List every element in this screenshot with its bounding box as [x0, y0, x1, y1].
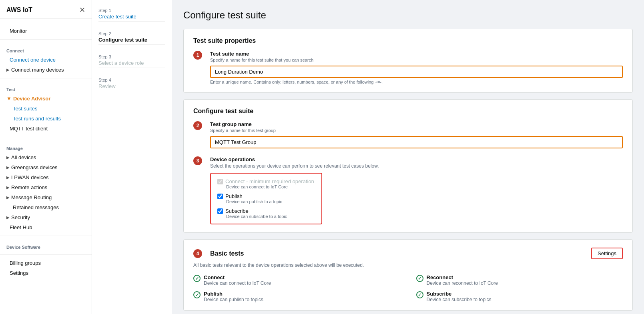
sidebar-item-label: Remote actions [11, 184, 47, 190]
sidebar-header: AWS IoT ✕ [0, 0, 92, 19]
reconnect-test-desc: Device can reconnect to IoT Core [427, 280, 498, 286]
step-circle-3: 3 [193, 156, 202, 165]
sidebar-item-remote-actions[interactable]: ▶ Remote actions [0, 182, 92, 192]
step-4: Step 4 Review [98, 78, 165, 89]
suite-name-input[interactable] [210, 66, 623, 78]
chevron-right-icon: ▶ [6, 68, 10, 72]
subscribe-checkbox[interactable] [217, 208, 223, 214]
sidebar-item-lpwan[interactable]: ▶ LPWAN devices [0, 172, 92, 182]
sidebar-item-monitor[interactable]: Monitor [0, 26, 92, 36]
sidebar-item-label: All devices [11, 154, 36, 160]
sidebar-item-connect-one[interactable]: Connect one device [0, 55, 92, 65]
test-item-connect: Connect Device can connect to IoT Core [193, 274, 400, 286]
sidebar-item-label: Security [11, 214, 30, 220]
publish-test-name: Publish [204, 291, 263, 297]
sidebar-item-settings[interactable]: Settings [0, 268, 92, 278]
sidebar-item-retained-messages[interactable]: Retained messages [0, 202, 92, 212]
connect-check-icon [193, 275, 201, 282]
chevron-down-icon: ▼ [6, 96, 12, 102]
step-4-label: Review [98, 83, 165, 89]
main-content: Configure test suite Test suite properti… [172, 0, 644, 314]
publish-test-desc: Device can publish to topics [204, 297, 263, 302]
suite-name-desc: Specify a name for this test suite that … [210, 58, 623, 62]
connect-op-name: Connect - minimum required operation [225, 178, 314, 184]
step-circle-2: 2 [193, 121, 202, 130]
basic-tests-title: Basic tests [210, 250, 244, 257]
step-1-label[interactable]: Create test suite [98, 14, 165, 20]
sidebar-item-mqtt-test[interactable]: MQTT test client [0, 124, 92, 134]
chevron-right-icon: ▶ [6, 185, 10, 190]
step-2-label[interactable]: Configure test suite [98, 37, 165, 43]
connect-op-desc: Device can connect to IoT Core [226, 184, 315, 189]
connect-checkbox[interactable] [217, 179, 223, 184]
chevron-right-icon: ▶ [6, 195, 10, 200]
configure-test-suite-card: Configure test suite 2 Test group name S… [183, 99, 633, 233]
sidebar-item-greengrass[interactable]: ▶ Greengrass devices [0, 162, 92, 172]
sidebar-item-label: LPWAN devices [11, 174, 48, 180]
sidebar-section-manage: Manage [0, 140, 92, 152]
reconnect-test-name: Reconnect [427, 274, 498, 280]
steps-panel: Step 1 Create test suite Step 2 Configur… [92, 0, 172, 314]
test-suite-properties-title: Test suite properties [193, 37, 623, 44]
step-2-number: Step 2 [98, 31, 165, 36]
operations-box: Connect - minimum required operation Dev… [210, 173, 322, 224]
close-sidebar-button[interactable]: ✕ [79, 6, 85, 14]
chevron-right-icon: ▶ [6, 165, 10, 170]
test-group-label: Test group name [210, 121, 623, 127]
step-4-number: Step 4 [98, 78, 165, 82]
page-title: Configure test suite [183, 10, 633, 21]
subscribe-op-desc: Device can subscribe to a topic [226, 214, 315, 219]
sidebar-item-security[interactable]: ▶ Security [0, 212, 92, 222]
sidebar-item-billing-groups[interactable]: Billing groups [0, 258, 92, 268]
basic-tests-header: 4 Basic tests Settings [193, 248, 623, 259]
step-1: Step 1 Create test suite [98, 8, 165, 22]
step-3-number: Step 3 [98, 54, 165, 59]
suite-name-hint: Enter a unique name. Contains only: lett… [210, 80, 623, 84]
step-circle-1: 1 [193, 51, 202, 60]
sidebar-item-fleet-hub[interactable]: Fleet Hub [0, 222, 92, 232]
sidebar-item-connect-many[interactable]: ▶ Connect many devices [0, 65, 92, 75]
step-2: Step 2 Configure test suite [98, 31, 165, 45]
sidebar-item-label: Device Advisor [13, 96, 50, 102]
publish-op-desc: Device can publish to a topic [226, 199, 315, 204]
test-group-input[interactable] [210, 136, 623, 148]
sidebar: AWS IoT ✕ Monitor Connect Connect one de… [0, 0, 92, 314]
sidebar-item-test-runs[interactable]: Test runs and results [0, 114, 92, 124]
step-3-label: Select a device role [98, 60, 165, 66]
chevron-right-icon: ▶ [6, 215, 10, 220]
tests-grid: Connect Device can connect to IoT Core R… [193, 274, 623, 302]
test-group-desc: Specify a name for this test group [210, 128, 623, 133]
sidebar-item-label: Message Routing [11, 194, 52, 200]
chevron-right-icon: ▶ [6, 155, 10, 160]
device-ops-desc: Select the operations your device can pe… [210, 163, 623, 169]
test-item-publish: Publish Device can publish to topics [193, 291, 400, 302]
connect-test-desc: Device can connect to IoT Core [204, 280, 271, 286]
device-ops-label: Device operations [210, 156, 623, 162]
sidebar-item-message-routing[interactable]: ▶ Message Routing [0, 192, 92, 202]
op-publish: Publish Device can publish to a topic [217, 193, 315, 204]
step-3: Step 3 Select a device role [98, 54, 165, 68]
test-suite-properties-card: Test suite properties 1 Test suite name … [183, 29, 633, 93]
chevron-right-icon: ▶ [6, 175, 10, 180]
sidebar-item-test-suites[interactable]: Test suites [0, 104, 92, 114]
settings-button[interactable]: Settings [591, 248, 623, 259]
sidebar-item-device-advisor[interactable]: ▼ Device Advisor [0, 94, 92, 104]
op-subscribe: Subscribe Device can subscribe to a topi… [217, 208, 315, 219]
test-item-reconnect: Reconnect Device can reconnect to IoT Co… [416, 274, 623, 286]
test-item-subscribe: Subscribe Device can subscribe to topics [416, 291, 623, 302]
publish-op-name: Publish [225, 193, 243, 199]
sidebar-item-all-devices[interactable]: ▶ All devices [0, 152, 92, 162]
reconnect-check-icon [416, 275, 423, 282]
subscribe-test-name: Subscribe [427, 291, 492, 297]
sidebar-blank-section [0, 19, 92, 26]
sidebar-section-connect: Connect [0, 43, 92, 55]
sidebar-section-device-software: Device Software [0, 239, 92, 251]
sidebar-item-label: Connect many devices [11, 67, 64, 73]
connect-test-name: Connect [204, 274, 271, 280]
publish-checkbox[interactable] [217, 194, 223, 199]
publish-check-icon [193, 291, 201, 298]
suite-name-label: Test suite name [210, 51, 623, 57]
basic-tests-desc: All basic tests relevant to the device o… [193, 262, 623, 268]
subscribe-test-desc: Device can subscribe to topics [427, 297, 492, 302]
configure-test-suite-title: Configure test suite [193, 108, 623, 115]
